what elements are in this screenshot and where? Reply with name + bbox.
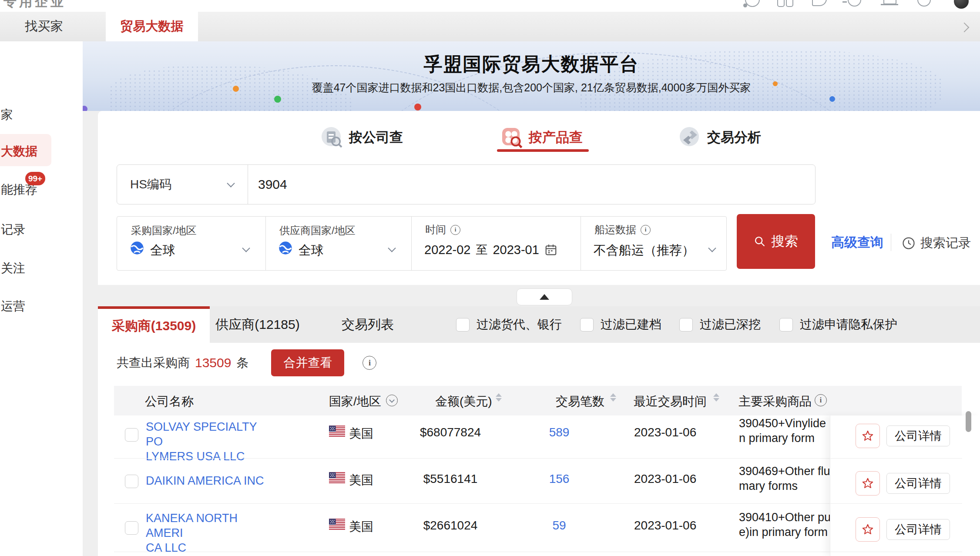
apps-grid-icon-2[interactable] [786, 0, 793, 7]
company-detail-button[interactable]: 公司详情 [886, 425, 950, 446]
search-button[interactable]: 搜索 [737, 214, 815, 269]
products-info-icon[interactable]: i [815, 394, 827, 406]
tab-search-by-product-label: 按产品查 [529, 128, 583, 147]
avatar[interactable] [954, 0, 969, 9]
summary-count: 13509 [195, 355, 231, 370]
date-to[interactable]: 2023-01 [493, 243, 539, 257]
amount-value: $2661024 [403, 519, 498, 533]
filter-checkbox-mined[interactable]: 过滤已深挖 [679, 306, 761, 343]
row-checkbox[interactable] [125, 428, 138, 442]
filter-shipping-data[interactable]: 船运数据 i 不含船运（推荐） [581, 217, 726, 270]
chevron-down-icon [227, 179, 235, 187]
tab-find-buyer[interactable]: 找买家 [0, 12, 88, 41]
col-transactions[interactable]: 交易笔数 [556, 393, 604, 410]
headset-icon[interactable] [745, 0, 760, 7]
sidebar-item-label: 大数据 [1, 144, 37, 158]
sidebar-item-follow[interactable]: 关注 [1, 260, 25, 277]
row-checkbox[interactable] [125, 475, 138, 488]
col-last-date[interactable]: 最近交易时间 [634, 393, 707, 410]
date-from[interactable]: 2022-02 [424, 243, 470, 257]
checkbox-icon[interactable] [580, 318, 594, 332]
tab-search-by-company[interactable]: 按公司查 [321, 124, 416, 151]
sort-date-icon[interactable] [713, 393, 719, 402]
search-history-link[interactable]: 搜索记录 [902, 234, 971, 252]
tab-transaction-analysis[interactable]: 交易分析 [679, 124, 775, 151]
tab-suppliers[interactable]: 供应商(12185) [210, 306, 305, 343]
banner-title: 孚盟国际贸易大数据平台 [83, 52, 980, 77]
history-clock-icon-dash [842, 1, 847, 3]
country-filter-icon[interactable] [386, 395, 398, 406]
favorite-star-button[interactable] [856, 517, 880, 542]
hs-type-select[interactable]: HS编码 [117, 165, 248, 204]
sidebar-item-buyer[interactable]: 家 [1, 107, 13, 123]
history-clock-icon[interactable] [848, 0, 861, 7]
filter-time-range[interactable]: 时间 i 2022-02 至 2023-01 [411, 217, 581, 270]
filter-checkbox-archived[interactable]: 过滤已建档 [580, 306, 661, 343]
checkbox-icon[interactable] [779, 318, 793, 332]
col-amount[interactable]: 金额(美元) [435, 393, 492, 410]
company-detail-button[interactable]: 公司详情 [886, 519, 950, 540]
advanced-query-label: 高级查询 [831, 235, 883, 249]
tab-trade-data-label: 贸易大数据 [121, 18, 184, 35]
calendar-icon[interactable] [544, 243, 557, 256]
company-link[interactable]: KANEKA NORTH AMERI CA LLC [146, 511, 276, 555]
collapse-button[interactable] [517, 288, 572, 305]
chat-icon[interactable] [812, 0, 827, 6]
checkbox-icon[interactable] [456, 318, 470, 332]
row-divider [830, 458, 962, 459]
us-flag-icon [329, 425, 345, 437]
checkbox-label: 过滤货代、银行 [477, 316, 562, 333]
info-icon[interactable]: i [450, 225, 460, 235]
info-icon[interactable]: i [362, 356, 376, 370]
transactions-link[interactable]: 156 [533, 472, 585, 486]
scrollbar-thumb[interactable] [966, 411, 971, 432]
row-checkbox[interactable] [125, 521, 138, 535]
table-header: 公司名称 国家/地区 金额(美元) 交易笔数 最近交易时间 主要采购商品 i [114, 386, 962, 415]
search-history-label: 搜索记录 [920, 234, 971, 252]
hs-search-box: HS编码 3904 [117, 164, 816, 204]
filter-value: 全球 [299, 242, 324, 259]
filter-checkbox-forwarders[interactable]: 过滤货代、银行 [456, 306, 562, 343]
row-divider [830, 552, 962, 552]
filter-supplier-country[interactable]: 供应商国家/地区 全球 [265, 217, 411, 270]
product-cell: 390410+Other pu e)in primary form [739, 510, 830, 539]
row-divider [830, 503, 962, 504]
active-tab-underline [497, 149, 589, 152]
us-flag-icon [329, 472, 345, 483]
last-date-value: 2023-01-06 [634, 519, 696, 533]
sidebar-item-operation[interactable]: 运营 [1, 298, 25, 315]
info-icon[interactable]: i [641, 225, 651, 235]
tab-transactions-label: 交易列表 [342, 316, 394, 334]
sidebar-item-label: 记录 [1, 223, 25, 236]
advanced-query-link[interactable]: 高级查询 [831, 234, 883, 251]
company-link[interactable]: DAIKIN AMERICA INC [146, 473, 276, 488]
hs-code-value: 3904 [258, 177, 287, 192]
merge-view-button[interactable]: 合并查看 [271, 349, 344, 376]
hs-code-input[interactable]: 3904 [248, 165, 813, 204]
checkbox-label: 过滤申请隐私保护 [800, 316, 897, 333]
sidebar-item-records[interactable]: 记录 [1, 221, 25, 238]
chevron-right-icon[interactable] [960, 23, 970, 33]
transactions-link[interactable]: 589 [533, 425, 585, 439]
favorite-star-button[interactable] [856, 471, 880, 496]
tab-purchasers[interactable]: 采购商(13509) [98, 306, 210, 343]
filter-checkbox-privacy[interactable]: 过滤申请隐私保护 [779, 306, 897, 343]
apps-grid-icon[interactable] [777, 0, 785, 7]
help-icon[interactable] [917, 0, 931, 7]
company-detail-button[interactable]: 公司详情 [886, 473, 950, 494]
sort-transactions-icon[interactable] [610, 393, 616, 402]
sort-amount-icon[interactable] [496, 393, 502, 402]
tab-purchasers-label: 采购商(13509) [112, 317, 196, 335]
transactions-link[interactable]: 59 [533, 519, 585, 533]
company-link[interactable]: SOLVAY SPECIALTY PO LYMERS USA LLC [146, 419, 276, 464]
company-detail-label: 公司详情 [895, 476, 942, 491]
sidebar-item-bigdata[interactable]: 大数据 [1, 143, 37, 160]
favorite-star-button[interactable] [856, 424, 880, 448]
checkbox-icon[interactable] [679, 318, 693, 332]
chevron-down-icon [242, 244, 250, 252]
filter-purchase-country[interactable]: 采购国家/地区 全球 [117, 217, 265, 270]
tab-trade-data[interactable]: 贸易大数据 [106, 12, 198, 41]
tab-search-by-product[interactable]: 按产品查 [500, 124, 596, 151]
filter-label: 供应商国家/地区 [279, 224, 356, 238]
tab-transactions[interactable]: 交易列表 [329, 306, 407, 343]
